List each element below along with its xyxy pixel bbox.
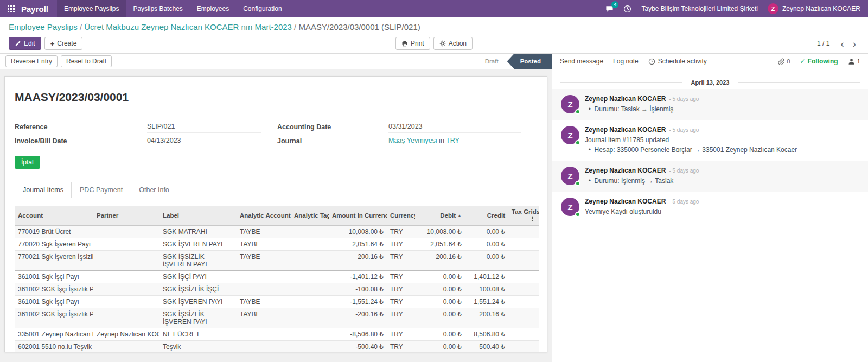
- optional-columns-icon[interactable]: ⋮: [529, 215, 536, 223]
- column-header[interactable]: Currency▲⋮: [387, 206, 415, 226]
- table-row[interactable]: 361001 Sgk İşçi Payı SGK İŞÇİ PAYI -1,40…: [15, 271, 539, 283]
- message-author[interactable]: Zeynep Nazlıcan KOCAER: [585, 95, 666, 103]
- column-header[interactable]: Analytic Tags▲⋮: [291, 206, 329, 226]
- cell-account: 770021 Sgk İşveren İşsizlik ...: [15, 251, 93, 271]
- nav-menu-item[interactable]: Employees: [190, 0, 236, 17]
- print-button[interactable]: Print: [395, 37, 430, 50]
- column-header[interactable]: Credit▲⋮: [465, 206, 508, 226]
- pager-prev-icon[interactable]: ‹: [837, 39, 847, 49]
- log-note-button[interactable]: Log note: [613, 58, 639, 65]
- notebook-tab[interactable]: Journal Items: [15, 182, 72, 198]
- cell-amount-in-currency: 2,051.64 ₺: [329, 238, 387, 251]
- chatter-message: Z Zeynep Nazlıcan KOCAER - 5 days ago • …: [552, 89, 868, 120]
- message-avatar[interactable]: Z: [561, 95, 579, 113]
- status-draft[interactable]: Draft: [485, 58, 499, 65]
- company-switcher[interactable]: Taybe Bilişim Teknolojileri Limited Şirk…: [641, 5, 758, 12]
- reset-to-draft-button[interactable]: Reset to Draft: [61, 55, 112, 67]
- action-button-label: Action: [449, 40, 467, 47]
- following-button[interactable]: ✓ Following: [800, 58, 838, 65]
- nav-menu-item[interactable]: Employee Payslips: [57, 0, 126, 17]
- reverse-entry-button[interactable]: Reverse Entry: [5, 55, 58, 67]
- statusbar: Reverse Entry Reset to Draft Draft Poste…: [0, 54, 552, 69]
- nav-menu-item[interactable]: Configuration: [236, 0, 289, 17]
- cell-account: 361002 SGK İşçi İşsizlik Payı: [15, 283, 93, 296]
- cell-analytic-tags: [291, 283, 329, 296]
- messages-icon[interactable]: 4: [605, 5, 614, 13]
- print-button-label: Print: [411, 40, 424, 47]
- apps-menu-icon[interactable]: [8, 5, 15, 12]
- user-menu[interactable]: Z Zeynep Nazlıcan KOCAER: [768, 3, 860, 14]
- cell-tax-grids: [508, 296, 539, 308]
- message-author[interactable]: Zeynep Nazlıcan KOCAER: [585, 167, 666, 174]
- status-posted[interactable]: Posted: [507, 54, 552, 69]
- pager-next-icon[interactable]: ›: [850, 39, 859, 49]
- column-header[interactable]: Amount in Currency▲⋮: [329, 206, 387, 226]
- create-button[interactable]: + Create: [44, 37, 83, 50]
- table-row[interactable]: 361002 SGK İşçi İşsizlik Payı SGK İŞSİZL…: [15, 283, 539, 296]
- column-header[interactable]: Label▲⋮: [159, 206, 237, 226]
- field-label: Accounting Date: [277, 123, 388, 133]
- message-author[interactable]: Zeynep Nazlıcan KOCAER: [585, 126, 666, 134]
- table-header-row: Account▲⋮ Partner▲⋮ Label▲⋮ Analytic Acc…: [15, 206, 539, 226]
- table-row[interactable]: 770019 Brüt Ücret SGK MATRAHI TAYBE 10,0…: [15, 226, 539, 238]
- schedule-activity-button[interactable]: Schedule activity: [648, 58, 707, 65]
- currency-link[interactable]: TRY: [446, 137, 459, 144]
- cell-analytic-account: TAYBE: [237, 226, 291, 238]
- cell-debit: 0.00 ₺: [415, 283, 465, 296]
- check-icon: ✓: [800, 58, 806, 65]
- message-body: Yevmiye Kaydı oluşturuldu: [585, 207, 699, 217]
- table-row[interactable]: 361002 SGK İşçi İşsizlik Payı SGK İŞSİZL…: [15, 308, 539, 328]
- breadcrumb-item[interactable]: Ücret Makbuzu Zeynep Nazlıcan KOCAER nın…: [80, 22, 292, 31]
- table-row[interactable]: 770021 Sgk İşveren İşsizlik ... SGK İŞSİ…: [15, 251, 539, 271]
- paperclip-icon: [777, 58, 784, 65]
- message-timestamp: - 5 days ago: [669, 168, 699, 174]
- following-label: Following: [808, 58, 838, 65]
- cell-analytic-account: TAYBE: [237, 238, 291, 251]
- activities-icon[interactable]: [623, 5, 631, 13]
- breadcrumb-item[interactable]: Employee Payslips: [9, 22, 78, 31]
- message-avatar[interactable]: Z: [561, 126, 579, 144]
- send-message-button[interactable]: Send message: [560, 58, 603, 65]
- edit-button-label: Edit: [24, 40, 35, 47]
- cell-partner: [93, 251, 159, 271]
- notebook-tab[interactable]: Other Info: [131, 182, 177, 198]
- message-thread: April 13, 2023 Z Zeynep Nazlıcan KOC: [552, 69, 868, 362]
- cell-analytic-tags: [291, 226, 329, 238]
- date-divider-label: April 13, 2023: [682, 79, 738, 86]
- table-row[interactable]: 602001 5510 no.lu Teşvik Teşvik -500.40 …: [15, 341, 539, 353]
- message-author[interactable]: Zeynep Nazlıcan KOCAER: [585, 198, 666, 205]
- cell-label: Teşvik: [159, 341, 237, 353]
- cell-account: 335001 Zeynep Nazlıcan Ko...: [15, 328, 93, 341]
- column-header[interactable]: Debit▲⋮: [415, 206, 465, 226]
- attachments-button[interactable]: 0: [777, 58, 790, 65]
- cell-amount-in-currency: 200.16 ₺: [329, 251, 387, 271]
- column-header[interactable]: Tax Grids▲⋮: [508, 206, 539, 226]
- message-timestamp: - 5 days ago: [669, 127, 699, 133]
- column-header[interactable]: Partner▲⋮: [93, 206, 159, 226]
- action-button[interactable]: Action: [433, 37, 473, 50]
- table-row[interactable]: 361001 Sgk İşçi Payı SGK İŞVEREN PAYI TA…: [15, 296, 539, 308]
- table-row[interactable]: 770020 Sgk İşveren Payı SGK İŞVEREN PAYI…: [15, 238, 539, 251]
- notebook-tab[interactable]: PDC Payment: [72, 182, 131, 198]
- clock-icon: [623, 5, 631, 13]
- journal-link[interactable]: Maaş Yevmiyesi: [388, 137, 437, 144]
- breadcrumb-item[interactable]: MAASY/2023/03/0001 (SLIP/021): [294, 22, 420, 31]
- column-header[interactable]: Analytic Account...▲⋮: [237, 206, 291, 226]
- message-avatar[interactable]: Z: [561, 167, 579, 185]
- cell-analytic-account: TAYBE: [237, 296, 291, 308]
- followers-button[interactable]: 1: [848, 58, 860, 65]
- cell-debit: 0.00 ₺: [415, 341, 465, 353]
- nav-menu-item[interactable]: Payslips Batches: [126, 0, 189, 17]
- cell-partner: [93, 341, 159, 353]
- edit-button[interactable]: Edit: [9, 37, 41, 50]
- table-row[interactable]: 335001 Zeynep Nazlıcan Ko... Zeynep Nazl…: [15, 328, 539, 341]
- app-brand[interactable]: Payroll: [21, 4, 48, 14]
- column-header[interactable]: Account▲⋮: [15, 206, 93, 226]
- cell-amount-in-currency: -1,551.24 ₺: [329, 296, 387, 308]
- cell-partner: [93, 308, 159, 328]
- field-value: Maaş Yevmiyesi in TRY: [388, 137, 521, 147]
- cell-analytic-tags: [291, 328, 329, 341]
- message-avatar[interactable]: Z: [561, 198, 579, 216]
- journal-in: in: [439, 137, 444, 144]
- iptal-button[interactable]: İptal: [15, 156, 40, 169]
